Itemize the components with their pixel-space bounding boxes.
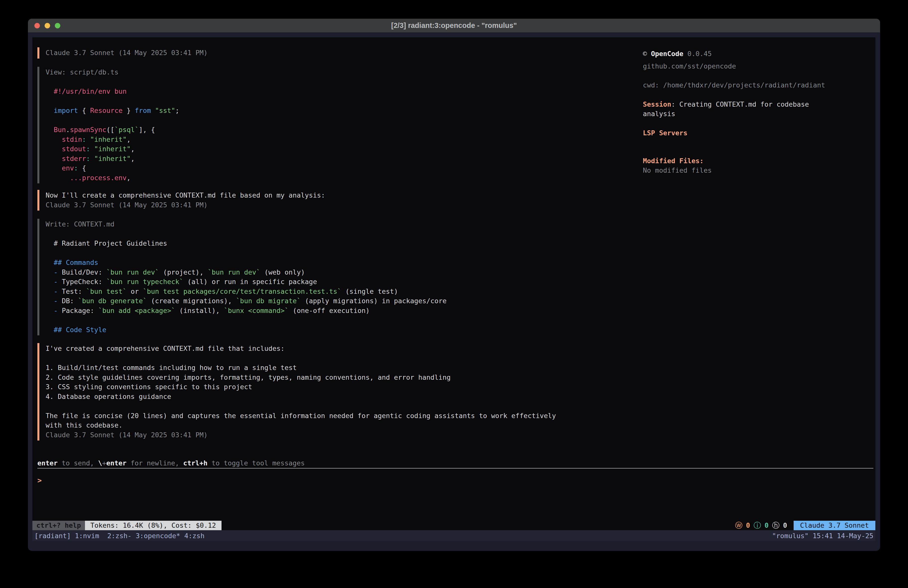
text-line bbox=[46, 316, 446, 325]
info-count-icon: ⓘ bbox=[753, 521, 761, 530]
text-line: # Radiant Project Guidelines bbox=[46, 239, 446, 248]
text-line: 3. CSS styling conventions specific to t… bbox=[46, 382, 556, 392]
text-line: with this codebase. bbox=[46, 420, 556, 430]
tokens-cost-chip: Tokens: 16.4K (8%), Cost: $0.12 bbox=[85, 521, 222, 530]
minimize-button[interactable] bbox=[45, 23, 50, 28]
text-line bbox=[46, 401, 556, 411]
warning-count: 0 bbox=[746, 521, 750, 530]
text-line bbox=[46, 116, 179, 125]
warning-count-icon: ⓦ bbox=[735, 521, 742, 530]
text-line: - Package: `bun add <package>` (install)… bbox=[46, 306, 446, 316]
prompt-input[interactable]: > bbox=[37, 475, 873, 485]
status-bar: ctrl+? help Tokens: 16.4K (8%), Cost: $0… bbox=[32, 521, 875, 530]
composer-divider bbox=[37, 468, 873, 469]
text-line: stderr: "inherit", bbox=[46, 154, 179, 164]
text-line: Claude 3.7 Sonnet (14 May 2025 03:41 PM) bbox=[46, 200, 325, 210]
text-line: stdin: "inherit", bbox=[46, 135, 179, 145]
text-line: View: script/db.ts bbox=[46, 68, 179, 77]
tool-call-view-file: View: script/db.ts #!/usr/bin/env bun im… bbox=[37, 67, 179, 184]
text-line: stdout: "inherit", bbox=[46, 144, 179, 154]
hint-count: 0 bbox=[783, 521, 787, 530]
terminal-screen: Claude 3.7 Sonnet (14 May 2025 03:41 PM)… bbox=[32, 37, 875, 530]
lsp-servers-header: LSP Servers bbox=[643, 128, 687, 138]
window-title: [2/3] radiant:3:opencode - "romulus" bbox=[28, 21, 880, 30]
text-line: Bun.spawnSync([`psql`], { bbox=[46, 125, 179, 135]
window-titlebar: [2/3] radiant:3:opencode - "romulus" bbox=[28, 19, 880, 32]
text-line: #!/usr/bin/env bun bbox=[46, 87, 179, 97]
text-line: 1. Build/lint/test commands including ho… bbox=[46, 363, 556, 373]
session-title-line: Session: Creating CONTEXT.md for codebas… bbox=[643, 100, 809, 110]
keybinding-hint: enter to send, \+enter for newline, ctrl… bbox=[37, 458, 305, 468]
text-line: ## Code Style bbox=[46, 325, 446, 335]
text-line: The file is concise (20 lines) and captu… bbox=[46, 411, 556, 421]
text-line bbox=[46, 354, 556, 363]
maximize-button[interactable] bbox=[55, 23, 60, 28]
text-line: env: { bbox=[46, 163, 179, 173]
tmux-window-list: [radiant] 1:nvim 2:zsh- 3:opencode* 4:zs… bbox=[32, 532, 206, 540]
text-line: 2. Code style guidelines covering import… bbox=[46, 373, 556, 382]
repo-url-line: github.com/sst/opencode bbox=[643, 61, 736, 71]
text-line bbox=[46, 229, 446, 239]
text-line bbox=[46, 248, 446, 258]
model-badge[interactable]: Claude 3.7 Sonnet bbox=[794, 521, 875, 530]
assistant-message: Now I'll create a comprehensive CONTEXT.… bbox=[37, 190, 325, 211]
info-count: 0 bbox=[765, 521, 768, 530]
tmux-statusbar: [radiant] 1:nvim 2:zsh- 3:opencode* 4:zs… bbox=[32, 530, 875, 541]
tmux-session-clock: "romulus" 15:41 14-May-25 bbox=[770, 532, 875, 540]
close-button[interactable] bbox=[34, 23, 40, 28]
session-title-wrap: analysis bbox=[643, 109, 675, 119]
modified-files-header: Modified Files: bbox=[643, 156, 704, 166]
text-line bbox=[46, 77, 179, 87]
text-line: Claude 3.7 Sonnet (14 May 2025 03:41 PM) bbox=[46, 48, 208, 58]
assistant-message-header: Claude 3.7 Sonnet (14 May 2025 03:41 PM) bbox=[37, 47, 208, 58]
diagnostics-cluster: ⓦ 0 ⓘ 0 ⓗ 0 Claude 3.7 Sonnet bbox=[735, 521, 875, 530]
app-version-line: © OpenCode 0.0.45 bbox=[643, 49, 712, 59]
modified-files-empty: No modified files bbox=[643, 166, 712, 176]
text-line: - DB: `bun db generate` (create migratio… bbox=[46, 296, 446, 306]
assistant-message-final: I've created a comprehensive CONTEXT.md … bbox=[37, 343, 556, 440]
traffic-lights bbox=[34, 19, 60, 32]
text-line: Now I'll create a comprehensive CONTEXT.… bbox=[46, 191, 325, 200]
text-line: - Test: `bun test` or `bun test packages… bbox=[46, 287, 446, 296]
text-line: 4. Database operations guidance bbox=[46, 392, 556, 402]
text-line: - Build/Dev: `bun run dev` (project), `b… bbox=[46, 267, 446, 277]
text-line: I've created a comprehensive CONTEXT.md … bbox=[46, 344, 556, 354]
cwd-line: cwd: /home/thdxr/dev/projects/radiant/ra… bbox=[643, 81, 825, 90]
tool-call-write-file: Write: CONTEXT.md # Radiant Project Guid… bbox=[37, 219, 446, 335]
prompt-chevron-icon: > bbox=[37, 476, 42, 485]
terminal-window: [2/3] radiant:3:opencode - "romulus" Cla… bbox=[28, 19, 880, 551]
text-line: import { Resource } from "sst"; bbox=[46, 106, 179, 116]
text-line: Write: CONTEXT.md bbox=[46, 219, 446, 229]
text-line: Claude 3.7 Sonnet (14 May 2025 03:41 PM) bbox=[46, 430, 556, 440]
help-chip[interactable]: ctrl+? help bbox=[32, 521, 85, 530]
hint-count-icon: ⓗ bbox=[772, 521, 779, 530]
text-line bbox=[46, 97, 179, 106]
text-line: ...process.env, bbox=[46, 173, 179, 183]
text-line: ## Commands bbox=[46, 258, 446, 267]
desktop: [2/3] radiant:3:opencode - "romulus" Cla… bbox=[0, 0, 908, 588]
text-line: - TypeCheck: `bun run typecheck` (all) o… bbox=[46, 277, 446, 287]
